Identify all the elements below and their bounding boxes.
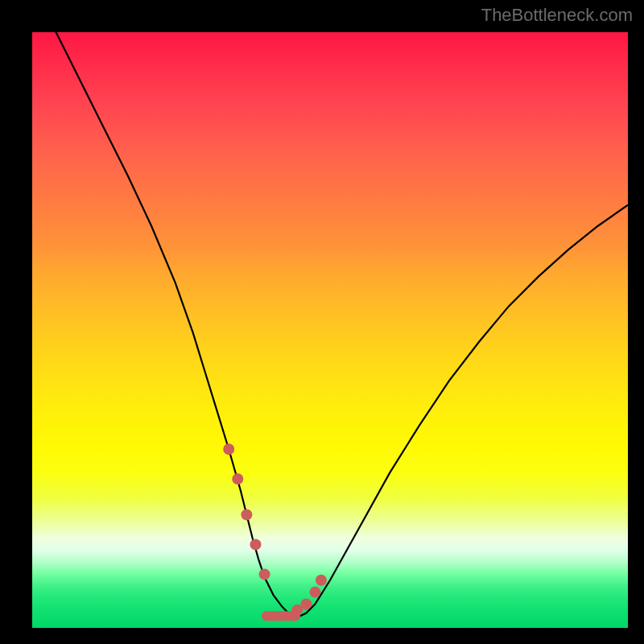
plot-area bbox=[32, 32, 628, 628]
marker-dot bbox=[223, 444, 234, 455]
marker-dot bbox=[310, 587, 321, 598]
marker-dot bbox=[241, 509, 252, 520]
watermark-text: TheBottleneck.com bbox=[481, 5, 633, 26]
marker-dot bbox=[232, 473, 243, 485]
marker-dot bbox=[250, 539, 262, 550]
chart-svg bbox=[32, 32, 628, 628]
marker-dot bbox=[300, 598, 312, 609]
marker-bottom-bar bbox=[262, 611, 300, 621]
marker-dot bbox=[316, 575, 327, 586]
bottleneck-curve bbox=[32, 32, 628, 616]
marker-dot bbox=[259, 568, 270, 580]
marker-group bbox=[223, 444, 327, 621]
